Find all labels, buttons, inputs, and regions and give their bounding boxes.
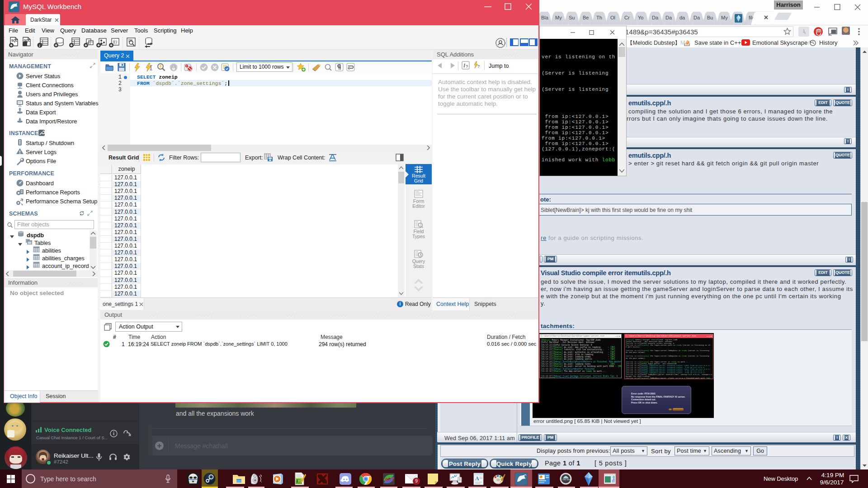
- svg-text:?: ?: [477, 64, 480, 69]
- svg-text:f(): f(): [113, 40, 117, 45]
- svg-text:?: ?: [466, 64, 468, 69]
- svg-text:SQL: SQL: [11, 39, 17, 42]
- svg-text:THE WISE: THE WISE: [562, 479, 571, 481]
- svg-text:A: A: [475, 475, 479, 482]
- svg-text:ACT: ACT: [385, 477, 394, 482]
